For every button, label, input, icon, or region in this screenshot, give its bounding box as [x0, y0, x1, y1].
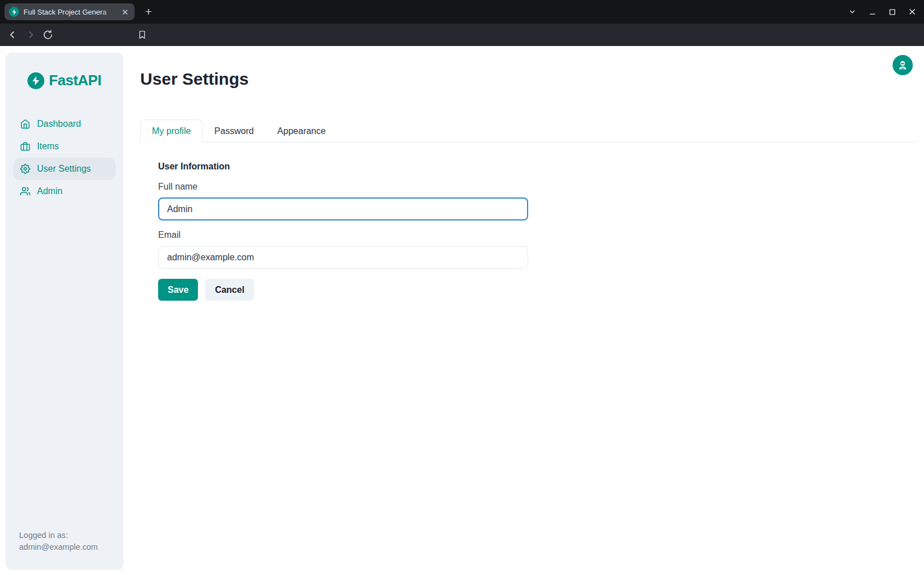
fastapi-logo-icon [27, 72, 44, 89]
sidebar-item-label: User Settings [37, 164, 91, 174]
briefcase-icon [20, 141, 30, 151]
tab-title: Full Stack Project Genera [24, 8, 116, 16]
maximize-icon[interactable] [889, 8, 896, 16]
email-input[interactable] [158, 246, 528, 269]
sidebar-nav: Dashboard Items User Settings Admin [6, 113, 123, 203]
close-icon[interactable] [908, 8, 916, 16]
cancel-button[interactable]: Cancel [205, 279, 253, 301]
user-information-form: User Information Full name Email Save Ca… [158, 162, 528, 301]
tab-appearance[interactable]: Appearance [266, 119, 338, 142]
minimize-icon[interactable] [868, 8, 876, 16]
browser-navbar: i localhost/settings [0, 24, 924, 46]
settings-tabs: My profile Password Appearance [140, 119, 917, 142]
sidebar-item-label: Admin [37, 186, 62, 196]
bookmark-icon[interactable] [137, 30, 147, 40]
sidebar-item-user-settings[interactable]: User Settings [13, 158, 116, 180]
new-tab-button[interactable]: + [141, 4, 156, 19]
sidebar-item-dashboard[interactable]: Dashboard [13, 113, 116, 135]
brand-name: FastAPI [49, 72, 101, 89]
gear-icon [20, 164, 30, 174]
users-icon [20, 186, 30, 196]
reload-icon[interactable] [43, 30, 53, 40]
user-astronaut-icon [897, 59, 908, 71]
sidebar-item-items[interactable]: Items [13, 135, 116, 158]
tab-search-chevron-down-icon[interactable] [848, 8, 856, 16]
logged-in-info: Logged in as: admin@example.com [19, 530, 98, 553]
home-icon [20, 119, 30, 129]
forward-icon[interactable] [25, 29, 36, 40]
sidebar-item-label: Dashboard [37, 119, 81, 129]
email-label: Email [158, 230, 528, 240]
tab-my-profile[interactable]: My profile [140, 119, 202, 142]
browser-window: Full Stack Project Genera ✕ + [0, 0, 924, 575]
fastapi-favicon-icon [9, 7, 19, 17]
sidebar-item-label: Items [37, 141, 59, 151]
back-icon[interactable] [7, 29, 18, 40]
sidebar: FastAPI Dashboard Items User Settings [6, 53, 123, 570]
section-title: User Information [158, 162, 528, 172]
page-title: User Settings [140, 70, 248, 89]
browser-tab[interactable]: Full Stack Project Genera ✕ [4, 3, 135, 20]
brand-logo: FastAPI [6, 72, 123, 89]
save-button[interactable]: Save [158, 279, 198, 301]
tab-password[interactable]: Password [202, 119, 265, 142]
logged-in-email: admin@example.com [19, 541, 98, 553]
tab-close-icon[interactable]: ✕ [120, 7, 130, 17]
app-content: FastAPI Dashboard Items User Settings [0, 46, 924, 575]
logged-in-label: Logged in as: [19, 530, 98, 541]
sidebar-item-admin[interactable]: Admin [13, 180, 116, 203]
user-menu-button[interactable] [893, 55, 913, 75]
full-name-input[interactable] [158, 197, 528, 220]
full-name-label: Full name [158, 182, 528, 192]
browser-titlebar: Full Stack Project Genera ✕ + [0, 0, 924, 24]
